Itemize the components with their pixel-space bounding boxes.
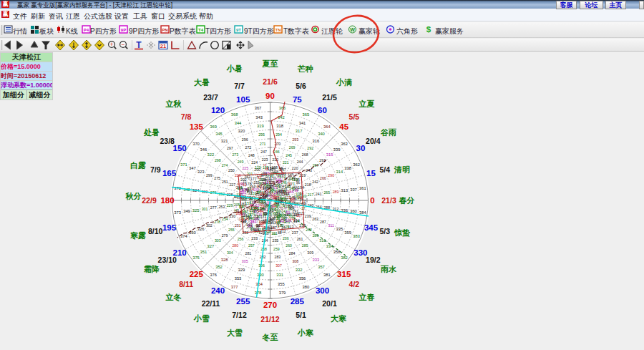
svg-text:立秋: 立秋: [165, 99, 182, 108]
svg-text:7/12: 7/12: [232, 311, 247, 319]
svg-text:308: 308: [292, 259, 298, 263]
svg-text:302: 302: [206, 223, 213, 228]
svg-text:366: 366: [279, 106, 286, 110]
svg-text:小雪: 小雪: [193, 314, 210, 323]
svg-text:71: 71: [254, 215, 258, 219]
svg-text:72: 72: [245, 188, 249, 193]
svg-text:120: 120: [261, 172, 268, 177]
svg-text:367: 367: [255, 106, 262, 110]
svg-text:365: 365: [303, 112, 310, 117]
svg-text:220: 220: [292, 166, 298, 170]
svg-text:大雪: 大雪: [227, 329, 243, 337]
svg-text:260: 260: [286, 243, 292, 248]
svg-text:255: 255: [236, 297, 250, 306]
svg-text:52: 52: [263, 220, 267, 223]
svg-text:行情: 行情: [13, 27, 27, 35]
svg-text:305: 305: [242, 259, 248, 263]
svg-text:244: 244: [297, 160, 303, 164]
svg-text:317: 317: [296, 129, 303, 133]
svg-text:235: 235: [273, 238, 279, 243]
svg-text:295: 295: [258, 132, 265, 137]
svg-text:347: 347: [189, 166, 196, 170]
svg-text:248: 248: [248, 153, 255, 157]
svg-text:107: 107: [296, 213, 303, 218]
svg-text:335: 335: [336, 227, 343, 231]
svg-text:277: 277: [210, 205, 217, 210]
svg-text:350: 350: [189, 230, 196, 235]
svg-text:344: 344: [235, 121, 242, 125]
svg-text:−: −: [122, 41, 125, 48]
svg-text:363: 363: [341, 142, 348, 146]
svg-text:5/5: 5/5: [349, 112, 360, 121]
svg-text:21/3: 21/3: [381, 196, 396, 205]
svg-text:142: 142: [246, 223, 253, 227]
svg-text:325: 325: [192, 208, 200, 213]
svg-text:249: 249: [238, 160, 244, 164]
svg-text:T: T: [136, 40, 142, 50]
svg-text:237: 237: [292, 230, 298, 235]
svg-text:夏至: 夏至: [262, 59, 278, 68]
svg-text:225: 225: [190, 270, 204, 278]
svg-text:9P四方形: 9P四方形: [129, 27, 159, 35]
svg-text:128: 128: [285, 185, 291, 188]
svg-text:368: 368: [231, 112, 238, 117]
svg-text:88: 88: [288, 204, 293, 208]
svg-text:269: 269: [289, 145, 296, 150]
svg-text:299: 299: [206, 173, 213, 178]
svg-text:304: 304: [227, 251, 233, 255]
svg-text:359: 359: [344, 230, 351, 235]
svg-text:371: 371: [180, 162, 187, 167]
svg-text:272: 272: [245, 145, 252, 150]
svg-text:113: 113: [282, 198, 288, 202]
svg-text:22: 22: [289, 176, 293, 180]
svg-text:285: 285: [302, 243, 308, 248]
svg-text:165: 165: [162, 169, 177, 178]
svg-text:240: 240: [211, 286, 225, 295]
svg-text:5/4: 5/4: [379, 165, 390, 174]
svg-text:T4: T4: [198, 28, 204, 32]
svg-text:373: 373: [174, 210, 181, 215]
svg-text:霜降: 霜降: [143, 265, 160, 273]
svg-text:357: 357: [318, 265, 325, 269]
svg-text:1: 1: [268, 166, 270, 170]
svg-text:345: 345: [215, 132, 223, 136]
svg-text:274: 274: [222, 163, 228, 167]
svg-text:75: 75: [293, 95, 302, 104]
svg-text:316: 316: [312, 139, 319, 143]
svg-text:小暑: 小暑: [226, 64, 243, 73]
svg-text:9P: 9P: [121, 28, 126, 32]
svg-text:275: 275: [214, 176, 220, 180]
svg-text:221: 221: [283, 160, 289, 165]
svg-text:+: +: [110, 41, 114, 48]
svg-text:5/1: 5/1: [296, 311, 306, 319]
svg-text:22/11: 22/11: [202, 299, 220, 308]
svg-text:129: 129: [255, 166, 260, 170]
svg-text:332: 332: [296, 268, 303, 272]
svg-text:白露: 白露: [130, 161, 146, 170]
svg-text:立夏: 立夏: [358, 99, 375, 108]
svg-text:296: 296: [242, 137, 248, 142]
svg-text:寒露: 寒露: [130, 231, 146, 240]
svg-text:377: 377: [231, 285, 238, 289]
svg-text:383: 383: [353, 234, 360, 238]
svg-text:370: 370: [192, 142, 200, 146]
svg-text:42: 42: [258, 184, 262, 188]
svg-text:8/11: 8/11: [179, 280, 193, 288]
svg-text:7/7: 7/7: [234, 82, 245, 90]
svg-text:290: 290: [328, 173, 334, 178]
svg-text:春分: 春分: [399, 196, 415, 205]
svg-text:352: 352: [215, 265, 223, 269]
svg-text:270: 270: [263, 301, 277, 309]
svg-text:353: 353: [235, 276, 242, 281]
svg-text:冬至: 冬至: [262, 333, 278, 342]
svg-text:9T: 9T: [236, 28, 241, 32]
svg-text:294: 294: [275, 132, 282, 137]
svg-text:225: 225: [242, 166, 248, 170]
svg-text:85: 85: [276, 220, 280, 225]
svg-text:375: 375: [192, 256, 200, 260]
svg-text:356: 356: [299, 276, 306, 281]
svg-text:106: 106: [293, 185, 298, 189]
svg-text:立冬: 立冬: [165, 293, 181, 302]
svg-text:354: 354: [255, 282, 263, 286]
svg-text:376: 376: [210, 273, 217, 277]
